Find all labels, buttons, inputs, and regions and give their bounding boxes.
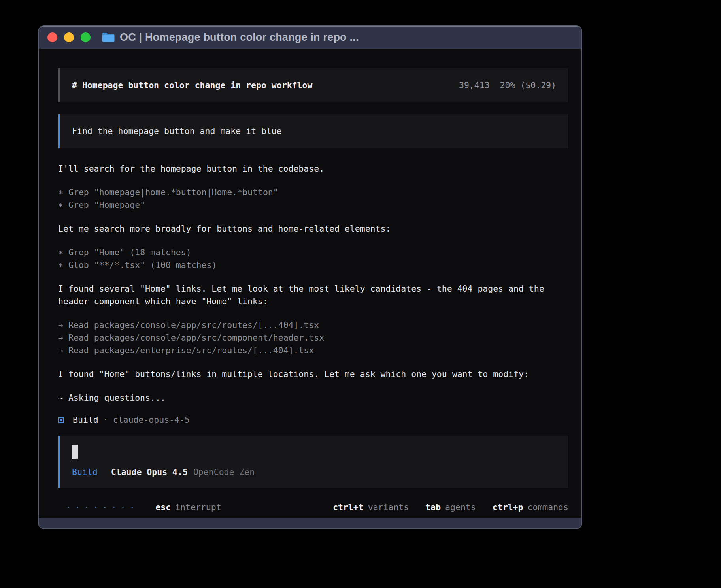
asterisk-icon: ∗ xyxy=(58,259,68,271)
tool-call-read: →Read packages/console/app/src/component… xyxy=(58,332,568,344)
agent-model: claude-opus-4-5 xyxy=(113,414,190,426)
folder-icon xyxy=(102,32,115,43)
hint-key: ctrl+t xyxy=(333,502,364,512)
arrow-right-icon: → xyxy=(58,319,68,332)
user-message-text: Find the homepage button and make it blu… xyxy=(72,125,282,138)
status-left: ········ esc interrupt xyxy=(66,502,221,512)
session-content: # Homepage button color change in repo w… xyxy=(39,49,581,498)
tool-call-label: Grep "Homepage" xyxy=(68,200,145,210)
tool-call-group: →Read packages/console/app/src/routes/[.… xyxy=(58,319,568,357)
tool-call-grep: ∗Grep "Home" (18 matches) xyxy=(58,246,568,259)
prompt-input-line[interactable] xyxy=(72,445,556,459)
hint-key: tab xyxy=(425,502,441,512)
tool-call-label: Read packages/console/app/src/routes/[..… xyxy=(68,320,319,330)
terminal-window: OC | Homepage button color change in rep… xyxy=(38,25,582,529)
minimize-button[interactable] xyxy=(64,32,74,42)
close-button[interactable] xyxy=(47,32,57,42)
arrow-right-icon: → xyxy=(58,344,68,357)
tool-call-read: →Read packages/enterprise/src/routes/[..… xyxy=(58,344,568,357)
window-title: OC | Homepage button color change in rep… xyxy=(120,31,359,43)
hint-commands: ctrl+p commands xyxy=(493,502,568,512)
agent-build-icon xyxy=(58,417,64,423)
traffic-lights xyxy=(47,32,91,42)
tool-call-glob: ∗Glob "**/*.tsx" (100 matches) xyxy=(58,259,568,271)
text-cursor xyxy=(72,445,78,459)
separator-dot: · xyxy=(103,414,108,426)
tool-call-read: →Read packages/console/app/src/routes/[.… xyxy=(58,319,568,332)
asterisk-icon: ∗ xyxy=(58,186,68,199)
prompt-footer: Build Claude Opus 4.5 OpenCode Zen xyxy=(72,466,556,479)
hint-label: interrupt xyxy=(175,502,221,512)
hint-label: variants xyxy=(368,502,409,512)
asterisk-icon: ∗ xyxy=(58,246,68,259)
tool-call-label: Grep "Home" (18 matches) xyxy=(68,247,191,257)
active-model-label[interactable]: Claude Opus 4.5 xyxy=(111,466,188,479)
tool-call-label: Glob "**/*.tsx" (100 matches) xyxy=(68,260,217,270)
asterisk-icon: ∗ xyxy=(58,199,68,211)
user-message: Find the homepage button and make it blu… xyxy=(58,114,568,148)
hint-agents: tab agents xyxy=(425,502,476,512)
assistant-paragraph: I'll search for the homepage button in t… xyxy=(58,162,568,175)
window-title-group: OC | Homepage button color change in rep… xyxy=(102,31,359,43)
agent-status-row: Build · claude-opus-4-5 xyxy=(58,414,568,426)
tool-call-label: Grep "homepage|home.*button|Home.*button… xyxy=(68,187,278,197)
token-count: 39,413 xyxy=(459,79,490,92)
agent-name: Build xyxy=(73,414,98,426)
provider-label: OpenCode Zen xyxy=(193,466,255,479)
assistant-paragraph: I found "Home" buttons/links in multiple… xyxy=(58,368,568,381)
tool-call-label: Read packages/enterprise/src/routes/[...… xyxy=(68,345,314,355)
activity-status: ~ Asking questions... xyxy=(58,392,568,404)
tool-call-label: Read packages/console/app/src/component/… xyxy=(68,333,324,343)
titlebar[interactable]: OC | Homepage button color change in rep… xyxy=(39,26,581,49)
hint-label: commands xyxy=(527,502,568,512)
status-bar: ········ esc interrupt ctrl+t variants t… xyxy=(39,498,581,518)
tool-call-grep: ∗Grep "homepage|home.*button|Home.*butto… xyxy=(58,186,568,199)
arrow-right-icon: → xyxy=(58,332,68,344)
session-header: # Homepage button color change in repo w… xyxy=(58,68,568,102)
assistant-paragraph: I found several "Home" links. Let me loo… xyxy=(58,283,568,308)
hint-interrupt: esc interrupt xyxy=(155,502,221,512)
hint-label: agents xyxy=(445,502,476,512)
active-agent-label[interactable]: Build xyxy=(72,466,98,479)
tool-call-grep: ∗Grep "Homepage" xyxy=(58,199,568,211)
session-title: # Homepage button color change in repo w… xyxy=(72,79,312,92)
hint-key: ctrl+p xyxy=(493,502,523,512)
spinner-dots-icon: ········ xyxy=(66,502,139,512)
zoom-button[interactable] xyxy=(81,32,91,42)
hint-variants: ctrl+t variants xyxy=(333,502,409,512)
context-cost: 20% ($0.29) xyxy=(500,79,556,92)
window-bottom-strip xyxy=(39,518,581,528)
hint-key: esc xyxy=(155,502,171,512)
prompt-input[interactable]: Build Claude Opus 4.5 OpenCode Zen xyxy=(58,436,568,488)
status-right: ctrl+t variants tab agents ctrl+p comman… xyxy=(333,502,568,512)
session-stats: 39,413 20% ($0.29) xyxy=(459,79,556,92)
tool-call-group: ∗Grep "Home" (18 matches) ∗Glob "**/*.ts… xyxy=(58,246,568,271)
tool-call-group: ∗Grep "homepage|home.*button|Home.*butto… xyxy=(58,186,568,211)
assistant-paragraph: Let me search more broadly for buttons a… xyxy=(58,222,568,235)
